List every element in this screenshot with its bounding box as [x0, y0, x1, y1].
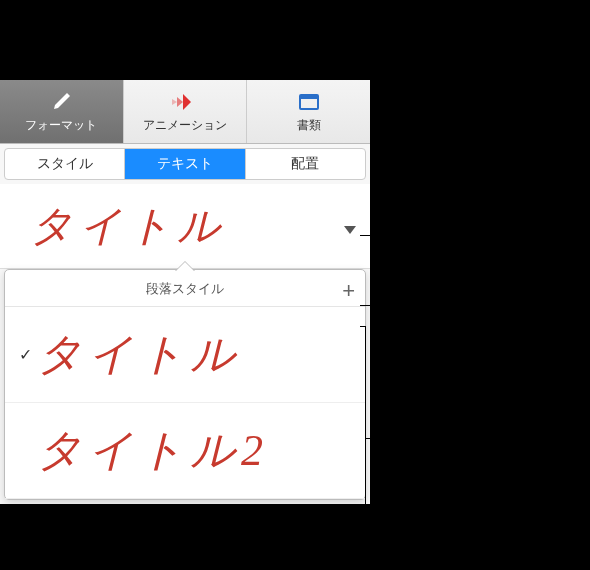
toolbar-format-label: フォーマット: [25, 117, 97, 134]
callout-line-chevron: [360, 235, 390, 236]
svg-marker-2: [172, 99, 177, 105]
toolbar-document-label: 書類: [297, 117, 321, 134]
chevron-down-icon: [344, 220, 356, 238]
svg-marker-1: [177, 97, 183, 107]
tab-text[interactable]: テキスト: [125, 149, 245, 179]
tab-arrange[interactable]: 配置: [246, 149, 365, 179]
callout-line-top: [178, 0, 179, 80]
style-item-label: タイトル2: [37, 421, 269, 480]
callout-bracket-list: [360, 326, 366, 550]
tab-style[interactable]: スタイル: [5, 149, 125, 179]
inspector-tabs: スタイル テキスト 配置: [4, 148, 366, 180]
document-icon: [299, 90, 319, 114]
toolbar-document[interactable]: 書類: [247, 80, 370, 143]
toolbar-animation-label: アニメーション: [143, 117, 227, 134]
svg-marker-5: [344, 226, 356, 234]
add-style-button[interactable]: +: [342, 278, 355, 304]
style-item[interactable]: タイトル2: [5, 403, 365, 499]
style-item-label: タイトル: [37, 325, 241, 384]
popover-title: 段落スタイル: [146, 281, 224, 296]
toolbar: フォーマット アニメーション 書類: [0, 80, 370, 144]
popover-header: 段落スタイル +: [5, 270, 365, 307]
paragraph-style-selector[interactable]: タイトル: [0, 184, 370, 269]
toolbar-format[interactable]: フォーマット: [0, 80, 124, 143]
inspector-panel: フォーマット アニメーション 書類 スタイル テキスト: [0, 80, 370, 504]
callout-line-add: [360, 305, 390, 306]
style-item[interactable]: ✓ タイトル: [5, 307, 365, 403]
checkmark-icon: ✓: [13, 345, 37, 364]
paragraph-style-popover: 段落スタイル + ✓ タイトル タイトル2: [4, 269, 366, 500]
animation-icon: [171, 90, 199, 114]
brush-icon: [50, 90, 72, 114]
toolbar-animation[interactable]: アニメーション: [124, 80, 248, 143]
style-list: ✓ タイトル タイトル2: [5, 307, 365, 499]
svg-marker-0: [183, 94, 191, 110]
current-style-name: タイトル: [30, 198, 350, 254]
svg-rect-4: [300, 95, 318, 99]
